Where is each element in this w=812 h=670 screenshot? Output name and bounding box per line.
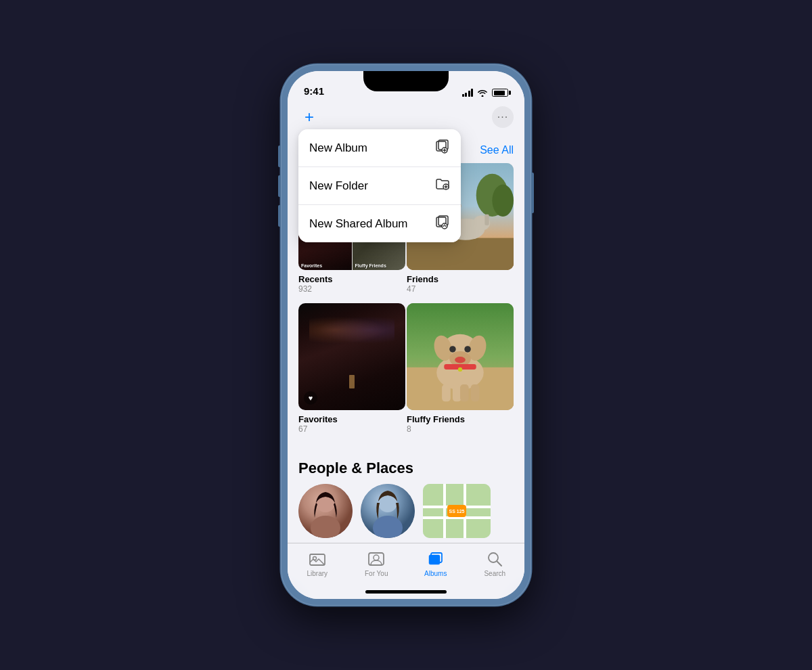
dropdown-menu: New Album New Folder [298, 129, 461, 242]
friends-album-count: 47 [407, 284, 514, 294]
svg-point-12 [444, 225, 445, 226]
svg-point-34 [455, 357, 466, 363]
person-1[interactable] [298, 484, 353, 538]
svg-point-32 [449, 346, 455, 352]
new-album-icon [435, 139, 450, 157]
nav-header: + ··· New Album [288, 101, 524, 131]
svg-rect-17 [407, 238, 514, 270]
new-folder-item[interactable]: New Folder [298, 167, 461, 205]
albums-tab-label: Albums [424, 570, 447, 577]
friends-album-name: Friends [407, 274, 514, 284]
svg-point-10 [442, 223, 447, 229]
recents-album-count: 932 [298, 284, 405, 294]
phone-screen: 9:41 + ··· [288, 71, 524, 599]
library-tab-label: Library [307, 570, 328, 577]
svg-point-50 [374, 555, 379, 560]
favorites-album-name: Favorites [298, 414, 405, 424]
favorites-thumbnail: ♥ [298, 303, 405, 410]
ellipsis-icon: ··· [497, 111, 508, 123]
search-tab-label: Search [484, 570, 505, 577]
albums-icon [427, 550, 445, 568]
svg-rect-35 [442, 384, 451, 401]
tab-albums[interactable]: Albums [406, 549, 466, 577]
svg-point-40 [458, 367, 462, 372]
svg-rect-24 [484, 215, 489, 225]
wifi-icon [477, 89, 488, 97]
fluffy-friends-album-count: 8 [407, 424, 514, 434]
people-places-title: People & Places [288, 454, 524, 484]
svg-rect-22 [469, 225, 474, 238]
library-icon [309, 550, 326, 568]
svg-point-11 [443, 225, 445, 227]
fluffy-friends-thumbnail [407, 303, 514, 410]
album-favorites[interactable]: ♥ Favorites 67 [298, 303, 405, 442]
see-all-button[interactable]: See All [480, 144, 514, 156]
svg-rect-36 [453, 384, 461, 401]
people-places-section: People & Places [288, 454, 524, 538]
for-you-tab-label: For You [365, 570, 388, 577]
search-icon [486, 550, 503, 568]
new-album-item[interactable]: New Album [298, 129, 461, 167]
new-folder-label: New Folder [309, 179, 368, 193]
status-bar: 9:41 [288, 71, 524, 101]
new-shared-album-item[interactable]: New Shared Album [298, 205, 461, 242]
status-time: 9:41 [304, 85, 324, 97]
add-button[interactable]: + [298, 106, 320, 128]
tab-for-you[interactable]: For You [347, 549, 407, 577]
map-thumbnail[interactable]: SS 125 [423, 484, 491, 538]
heart-icon: ♥ [304, 391, 317, 405]
home-indicator [365, 590, 447, 594]
svg-point-16 [492, 185, 514, 217]
new-shared-album-icon [435, 215, 450, 233]
recents-album-name: Recents [298, 274, 405, 284]
map-pin: SS 125 [447, 505, 466, 517]
notch [363, 71, 449, 91]
svg-point-13 [445, 225, 447, 227]
album-fluffy-friends[interactable]: Fluffy Friends 8 [407, 303, 514, 442]
new-folder-icon [435, 177, 450, 195]
signal-icon [462, 89, 474, 97]
person-2[interactable] [361, 484, 415, 538]
svg-rect-37 [460, 384, 469, 401]
svg-point-33 [464, 346, 470, 352]
for-you-icon [367, 550, 385, 568]
battery-icon [492, 89, 508, 97]
tab-search[interactable]: Search [466, 549, 525, 577]
svg-line-54 [497, 562, 502, 566]
main-content[interactable]: + ··· New Album [288, 101, 524, 543]
new-shared-album-label: New Shared Album [309, 217, 408, 231]
phone-frame: 9:41 + ··· [281, 64, 531, 606]
new-album-label: New Album [309, 141, 367, 155]
fluffy-friends-album-name: Fluffy Friends [407, 414, 514, 424]
people-row: SS 125 [288, 484, 524, 538]
more-button[interactable]: ··· [492, 106, 514, 128]
tab-library[interactable]: Library [288, 549, 347, 577]
favorites-album-count: 67 [298, 424, 405, 434]
status-icons [462, 89, 509, 97]
svg-rect-38 [471, 384, 480, 401]
bottom-spacer [288, 538, 524, 543]
